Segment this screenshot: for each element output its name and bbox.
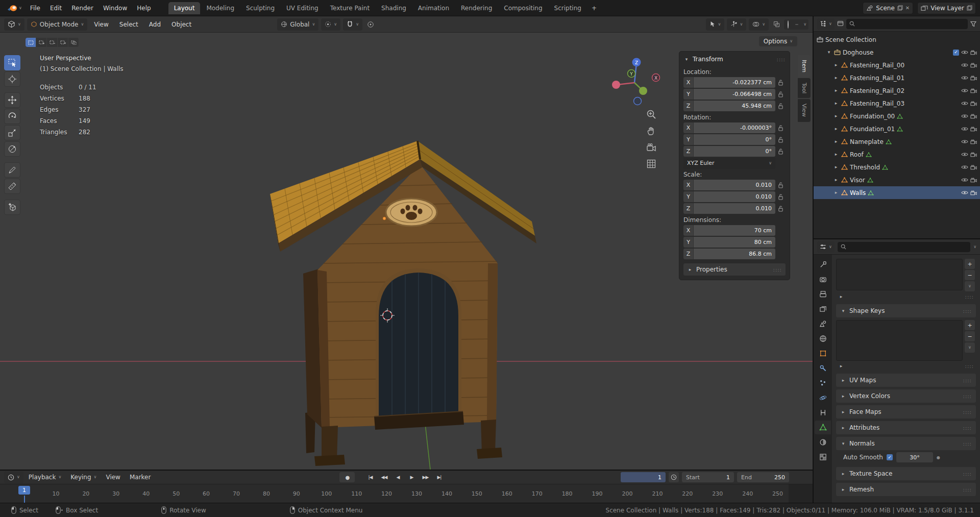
shading-rendered-button[interactable] [799, 24, 802, 25]
tab-tool[interactable] [815, 258, 831, 272]
tool-annotate[interactable] [4, 162, 20, 178]
new-view-layer-icon[interactable] [967, 5, 972, 11]
location-y-field[interactable]: Y-0.066498 cm [683, 89, 775, 100]
menu-select[interactable]: Select [115, 19, 142, 30]
drag-grip[interactable]: :::: [963, 471, 972, 477]
specials-menu-button[interactable]: ∨ [965, 281, 975, 291]
panel-remesh-header[interactable]: ▸ Remesh :::: [836, 483, 976, 496]
tab-scene[interactable] [815, 317, 831, 331]
menu-view-timeline[interactable]: View [102, 472, 124, 482]
render-camera-icon[interactable] [970, 114, 977, 119]
menu-add[interactable]: Add [145, 19, 165, 30]
outliner-row-object[interactable]: ▸ Nameplate [814, 135, 980, 148]
hide-eye-icon[interactable] [961, 101, 968, 106]
expand-icon[interactable]: ▸ [833, 165, 839, 169]
shading-wireframe-button[interactable] [786, 20, 790, 29]
tab-modifiers[interactable] [815, 361, 831, 375]
close-scene-icon[interactable]: ✕ [905, 5, 910, 11]
scale-x-field[interactable]: X0.010 [683, 180, 775, 190]
shading-solid-button[interactable] [791, 24, 794, 25]
drag-grip[interactable]: :::: [963, 378, 972, 383]
overlays-dropdown[interactable]: ∨ [749, 18, 769, 31]
scale-z-field[interactable]: Z0.010 [683, 203, 775, 214]
tool-scale[interactable] [4, 125, 20, 140]
scene-selector[interactable]: Scene ✕ [863, 2, 913, 14]
lock-icon[interactable] [775, 103, 786, 109]
tool-add-cube[interactable] [4, 200, 20, 215]
tab-view-layer[interactable] [815, 302, 831, 316]
workspace-tab-compositing[interactable]: Compositing [498, 2, 548, 14]
outliner-row-object[interactable]: ▸ Foundation_01 [814, 122, 980, 135]
panel-normals-header[interactable]: ▾ Normals :::: [836, 437, 976, 450]
outliner-row-object[interactable]: ▸ Fastening_Rail_03 [814, 97, 980, 110]
rotation-y-field[interactable]: Y0° [683, 134, 775, 145]
expand-icon[interactable]: ▸ [833, 152, 839, 157]
playhead[interactable]: 1 [18, 486, 30, 495]
outliner-row-object[interactable]: ▸ Roof [814, 148, 980, 161]
pan-hand-icon[interactable] [646, 126, 656, 136]
select-mode-set[interactable] [26, 38, 36, 47]
menu-help[interactable]: Help [132, 3, 155, 14]
outliner-search[interactable] [846, 19, 968, 29]
drag-grip[interactable]: :::: [963, 425, 972, 431]
properties-search[interactable] [838, 242, 970, 252]
lock-icon[interactable] [775, 182, 786, 188]
workspace-tab-animation[interactable]: Animation [412, 2, 455, 14]
timeline-ruler[interactable]: 10 20 30 40 50 60 70 80 90 100 110 120 1… [0, 484, 813, 503]
rotation-z-field[interactable]: Z0° [683, 146, 775, 157]
sidebar-tab-tool[interactable]: Tool [798, 78, 811, 98]
workspace-tab-layout[interactable]: Layout [168, 2, 201, 14]
panel-shape-keys-header[interactable]: ▾ Shape Keys :::: [836, 304, 976, 317]
outliner-row-object[interactable]: ▸ Fastening_Rail_00 [814, 59, 980, 71]
hide-eye-icon[interactable] [961, 165, 968, 169]
outliner-row-object[interactable]: ▸ Fastening_Rail_01 [814, 71, 980, 84]
navigation-gizmo[interactable]: Z Y X [605, 54, 666, 115]
scale-y-field[interactable]: Y0.010 [683, 191, 775, 202]
drag-grip[interactable]: :::: [965, 294, 974, 300]
blender-menu-button[interactable]: ∨ [4, 4, 25, 13]
jump-to-end-button[interactable]: ▶| [433, 472, 445, 482]
auto-smooth-angle-field[interactable]: 30° [896, 452, 933, 462]
jump-to-start-button[interactable]: |◀ [364, 472, 376, 482]
expand-icon[interactable]: ▸ [833, 76, 839, 80]
menu-object[interactable]: Object [167, 19, 195, 30]
lock-icon[interactable] [775, 194, 786, 200]
hide-eye-icon[interactable] [961, 139, 968, 144]
hide-eye-icon[interactable] [961, 127, 968, 131]
tool-move[interactable] [4, 92, 20, 108]
tab-object[interactable] [815, 347, 831, 360]
lock-icon[interactable] [775, 91, 786, 97]
hide-eye-icon[interactable] [961, 50, 968, 55]
drag-grip[interactable]: :::: [773, 267, 782, 273]
select-mode-intersect[interactable] [68, 38, 79, 47]
mode-selector[interactable]: Object Mode ∨ [27, 18, 87, 31]
expand-icon[interactable]: ▸ [833, 63, 839, 67]
menu-keying[interactable]: Keying∨ [66, 472, 101, 482]
rotation-mode-dropdown[interactable]: XYZ Euler∨ [683, 158, 775, 169]
render-camera-icon[interactable] [970, 139, 977, 144]
render-camera-icon[interactable] [970, 76, 977, 81]
render-camera-icon[interactable] [970, 190, 977, 195]
render-camera-icon[interactable] [970, 165, 977, 170]
drag-grip[interactable]: :::: [777, 57, 786, 62]
menu-view[interactable]: View [90, 19, 112, 30]
outliner-row-object[interactable]: ▸ Visor [814, 174, 980, 186]
remove-shape-key-button[interactable]: − [965, 331, 975, 341]
snapping-selector[interactable]: ∨ [343, 18, 362, 31]
drag-grip[interactable]: :::: [963, 487, 972, 493]
tab-material[interactable] [815, 435, 831, 449]
dimensions-y-field[interactable]: Y80 cm [683, 237, 775, 248]
add-shape-key-button[interactable]: + [965, 320, 975, 330]
camera-view-icon[interactable] [646, 143, 656, 152]
animate-property-icon[interactable]: ● [937, 455, 940, 460]
vertex-groups-listbox[interactable] [836, 259, 963, 290]
viewport-3d[interactable]: User Perspective (1) Scene Collection | … [0, 33, 813, 470]
render-camera-icon[interactable] [970, 50, 977, 55]
play-reverse-button[interactable]: ◀ [391, 472, 404, 482]
select-mode-subtract[interactable] [47, 38, 57, 47]
timeline-editor-selector[interactable]: ∨ [4, 471, 23, 483]
tab-constraints[interactable] [815, 406, 831, 420]
workspace-tab-rendering[interactable]: Rendering [455, 2, 498, 14]
hide-eye-icon[interactable] [961, 152, 968, 157]
select-mode-invert[interactable] [58, 38, 68, 47]
